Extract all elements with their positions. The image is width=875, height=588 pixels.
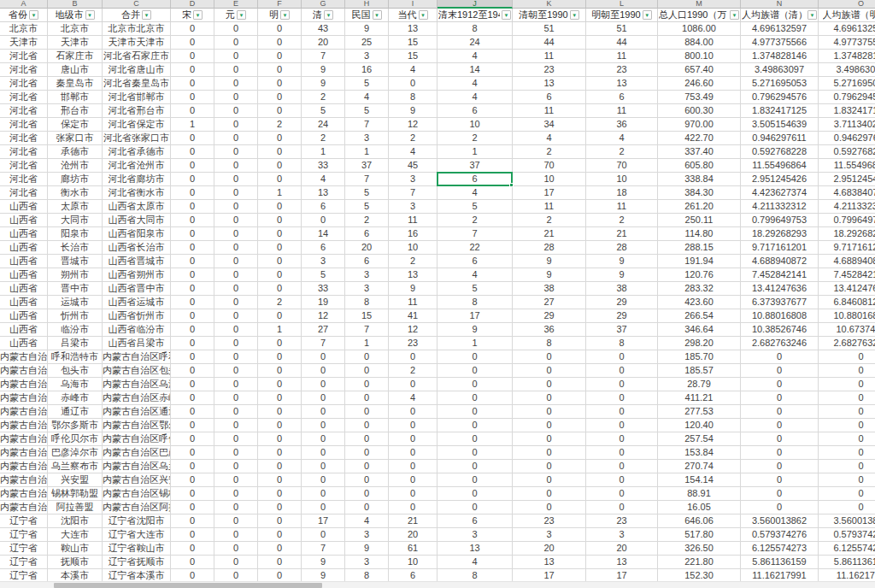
cell-F1[interactable]: 0 (258, 22, 302, 36)
cell-H35[interactable]: 0 (345, 487, 389, 501)
cell-I36[interactable]: 0 (389, 501, 438, 514)
cell-L10[interactable]: 2 (586, 145, 658, 159)
cell-A35[interactable]: 内蒙古自治区 (0, 487, 48, 501)
cell-N35[interactable]: 0 (741, 487, 819, 501)
cell-N8[interactable]: 3.505154639 (741, 118, 819, 132)
cell-B39[interactable]: 鞍山市 (48, 542, 103, 556)
cell-F6[interactable]: 0 (258, 91, 302, 104)
cell-E29[interactable]: 0 (214, 405, 258, 419)
cell-L26[interactable]: 0 (586, 364, 658, 378)
cell-D33[interactable]: 0 (171, 460, 214, 473)
column-letter-O[interactable]: O (819, 0, 875, 9)
cell-N14[interactable]: 4.211332312 (741, 200, 819, 214)
header-cell-J[interactable]: 清末1912至1949▼ (438, 9, 513, 22)
filter-dropdown-icon-C[interactable]: ▼ (142, 10, 151, 20)
cell-K11[interactable]: 70 (513, 159, 586, 173)
cell-I37[interactable]: 21 (389, 514, 438, 528)
cell-B14[interactable]: 太原市 (48, 200, 103, 214)
cell-N28[interactable]: 0 (741, 391, 819, 405)
cell-A34[interactable]: 内蒙古自治区 (0, 473, 48, 487)
cell-D7[interactable]: 0 (171, 104, 214, 118)
cell-J2[interactable]: 24 (438, 36, 513, 50)
cell-G7[interactable]: 5 (302, 104, 345, 118)
horizontal-scrollbar-thumb[interactable] (54, 583, 322, 588)
cell-H21[interactable]: 8 (345, 296, 389, 309)
cell-L28[interactable]: 0 (586, 391, 658, 405)
cell-K12[interactable]: 10 (513, 173, 586, 186)
cell-A39[interactable]: 辽宁省 (0, 542, 48, 556)
cell-F15[interactable]: 0 (258, 214, 302, 227)
cell-E13[interactable]: 0 (214, 186, 258, 200)
cell-L31[interactable]: 0 (586, 432, 658, 446)
cell-E36[interactable]: 0 (214, 501, 258, 514)
cell-D11[interactable]: 0 (171, 159, 214, 173)
cell-J11[interactable]: 37 (438, 159, 513, 173)
header-cell-K[interactable]: 清朝至1990▼ (513, 9, 586, 22)
cell-H17[interactable]: 20 (345, 241, 389, 255)
cell-L32[interactable]: 0 (586, 446, 658, 460)
column-letter-F[interactable]: F (258, 0, 302, 9)
cell-B35[interactable]: 锡林郭勒盟 (48, 487, 103, 501)
cell-N4[interactable]: 3.49863097 (741, 63, 819, 77)
cell-M35[interactable]: 88.91 (658, 487, 741, 501)
cell-M25[interactable]: 185.70 (658, 350, 741, 364)
filter-dropdown-icon-J[interactable]: ▼ (502, 10, 511, 20)
cell-K35[interactable]: 0 (513, 487, 586, 501)
cell-L12[interactable]: 10 (586, 173, 658, 186)
cell-I24[interactable]: 23 (389, 337, 438, 350)
cell-C4[interactable]: 河北省唐山市 (103, 63, 171, 77)
cell-F8[interactable]: 2 (258, 118, 302, 132)
cell-L6[interactable]: 6 (586, 91, 658, 104)
cell-E16[interactable]: 0 (214, 227, 258, 241)
cell-O22[interactable]: 10.88016808 (819, 309, 875, 323)
cell-H22[interactable]: 15 (345, 309, 389, 323)
cell-B11[interactable]: 沧州市 (48, 159, 103, 173)
cell-H28[interactable]: 0 (345, 391, 389, 405)
cell-G22[interactable]: 12 (302, 309, 345, 323)
cell-K21[interactable]: 27 (513, 296, 586, 309)
cell-E39[interactable]: 0 (214, 542, 258, 556)
cell-C8[interactable]: 河北省保定市 (103, 118, 171, 132)
cell-F14[interactable]: 0 (258, 200, 302, 214)
cell-F27[interactable]: 0 (258, 378, 302, 391)
cell-N25[interactable]: 0 (741, 350, 819, 364)
cell-D30[interactable]: 0 (171, 419, 214, 432)
cell-C29[interactable]: 内蒙古自治区通辽市 (103, 405, 171, 419)
cell-I15[interactable]: 11 (389, 214, 438, 227)
cell-G6[interactable]: 2 (302, 91, 345, 104)
cell-K25[interactable]: 0 (513, 350, 586, 364)
cell-H20[interactable]: 3 (345, 282, 389, 296)
cell-J17[interactable]: 22 (438, 241, 513, 255)
cell-M4[interactable]: 657.40 (658, 63, 741, 77)
cell-N23[interactable]: 10.38526746 (741, 323, 819, 337)
cell-A19[interactable]: 山西省 (0, 268, 48, 282)
header-cell-G[interactable]: 清▼ (302, 9, 345, 22)
cell-B38[interactable]: 大连市 (48, 528, 103, 542)
cell-N19[interactable]: 7.452842141 (741, 268, 819, 282)
cell-A16[interactable]: 山西省 (0, 227, 48, 241)
cell-A9[interactable]: 河北省 (0, 132, 48, 145)
cell-F25[interactable]: 0 (258, 350, 302, 364)
cell-N30[interactable]: 0 (741, 419, 819, 432)
cell-C40[interactable]: 辽宁省抚顺市 (103, 556, 171, 569)
cell-J23[interactable]: 9 (438, 323, 513, 337)
cell-I32[interactable]: 0 (389, 446, 438, 460)
column-letter-L[interactable]: L (586, 0, 658, 9)
cell-A32[interactable]: 内蒙古自治区 (0, 446, 48, 460)
column-letter-B[interactable]: B (48, 0, 103, 9)
cell-I12[interactable]: 3 (389, 173, 438, 186)
cell-L17[interactable]: 28 (586, 241, 658, 255)
cell-I30[interactable]: 0 (389, 419, 438, 432)
cell-B17[interactable]: 长治市 (48, 241, 103, 255)
cell-O26[interactable]: 0 (819, 364, 875, 378)
cell-L29[interactable]: 0 (586, 405, 658, 419)
cell-M33[interactable]: 270.74 (658, 460, 741, 473)
cell-G8[interactable]: 24 (302, 118, 345, 132)
cell-F38[interactable]: 0 (258, 528, 302, 542)
cell-B3[interactable]: 石家庄市 (48, 50, 103, 63)
cell-M1[interactable]: 1086.00 (658, 22, 741, 36)
cell-L25[interactable]: 0 (586, 350, 658, 364)
cell-B5[interactable]: 秦皇岛市 (48, 77, 103, 91)
cell-A7[interactable]: 河北省 (0, 104, 48, 118)
column-letter-H[interactable]: H (345, 0, 389, 9)
